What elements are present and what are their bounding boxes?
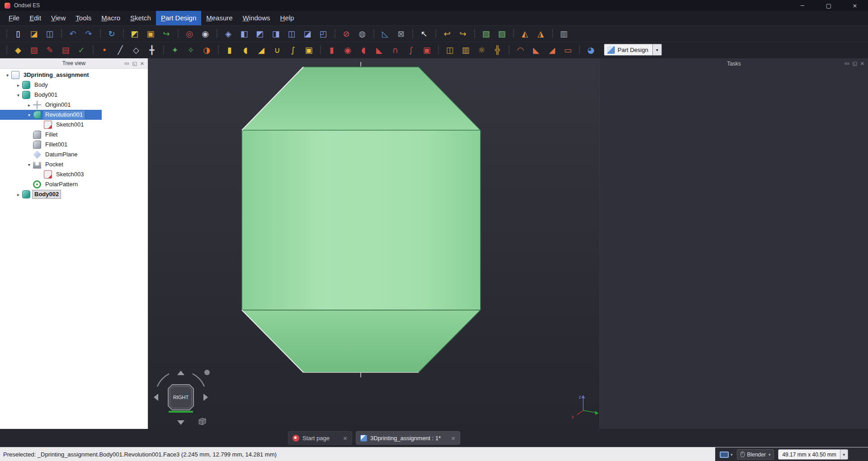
- make-link-button[interactable]: ↪: [159, 27, 174, 41]
- map-sketch-button[interactable]: ▤: [58, 43, 73, 57]
- additive-helix-button[interactable]: ∫: [286, 43, 300, 57]
- pad-button[interactable]: ▮: [222, 43, 237, 57]
- view-rear-button[interactable]: ◫: [284, 27, 299, 41]
- sub-shape-binder-button[interactable]: ✧: [184, 43, 198, 57]
- linear-pattern-button[interactable]: ▥: [458, 43, 473, 57]
- minimize-button[interactable]: ─: [789, 0, 816, 11]
- create-sketch-button[interactable]: ▨: [27, 43, 41, 57]
- float-panel-icon[interactable]: ◱: [132, 61, 137, 66]
- file-open-button[interactable]: ◪: [27, 27, 41, 41]
- model-cylindrical-face[interactable]: [242, 130, 481, 310]
- view-front-button[interactable]: ◧: [237, 27, 251, 41]
- view-bottom-button[interactable]: ◪: [300, 27, 315, 41]
- view-left-button[interactable]: ◰: [316, 27, 330, 41]
- shape-binder-button[interactable]: ✦: [168, 43, 182, 57]
- tree-item-root-document[interactable]: ▾ 3Dprinting_assignment: [0, 70, 148, 80]
- tree-item-sketch003[interactable]: Sketch003: [0, 169, 148, 179]
- expand-arrow-icon[interactable]: ▾: [25, 162, 33, 167]
- chamfer-button[interactable]: ◣: [529, 43, 543, 57]
- model-revolution-solid[interactable]: [242, 62, 481, 377]
- additive-pipe-button[interactable]: ∪: [270, 43, 284, 57]
- revolution-button[interactable]: ◖: [238, 43, 253, 57]
- measure-button[interactable]: ◺: [378, 27, 392, 41]
- collapse-panel-icon[interactable]: ▭: [124, 61, 129, 66]
- multi-transform-button[interactable]: ╬: [490, 43, 505, 57]
- tree-item-polar-pattern[interactable]: PolarPattern: [0, 179, 148, 189]
- redo-button[interactable]: ↷: [81, 27, 96, 41]
- edit-sketch-button[interactable]: ✎: [42, 43, 57, 57]
- view-fit-all-button[interactable]: ◎: [182, 27, 197, 41]
- tree-item-fillet[interactable]: Fillet: [0, 130, 148, 140]
- close-panel-icon[interactable]: ×: [140, 61, 144, 66]
- pocket-button[interactable]: ▮: [325, 43, 339, 57]
- view-fit-selection-button[interactable]: ◉: [198, 27, 212, 41]
- subtractive-helix-button[interactable]: ∫: [404, 43, 418, 57]
- tree-item-body002[interactable]: ▸ Body002: [0, 189, 148, 199]
- datum-line-button[interactable]: ╱: [113, 43, 127, 57]
- nav-sphere-icon[interactable]: [204, 370, 210, 375]
- tree-item-pocket[interactable]: ▾ Pocket: [0, 160, 148, 169]
- expand-arrow-icon[interactable]: ▸: [14, 192, 22, 197]
- subtractive-loft-button[interactable]: ◣: [372, 43, 387, 57]
- file-save-button[interactable]: ◫: [42, 27, 57, 41]
- undo-button[interactable]: ↶: [66, 27, 80, 41]
- dimension-readout[interactable]: 49.17 mm x 40.50 mm ▾: [778, 449, 848, 460]
- polar-pattern-button[interactable]: ☼: [474, 43, 489, 57]
- selection-filter-button[interactable]: ▥: [557, 27, 571, 41]
- show-selection-button[interactable]: ◮: [533, 27, 548, 41]
- display-settings-button[interactable]: ▾: [720, 452, 733, 458]
- refresh-button[interactable]: ↻: [104, 27, 119, 41]
- menu-view[interactable]: View: [46, 11, 71, 25]
- subtractive-box-button[interactable]: ▣: [420, 43, 434, 57]
- close-tab-icon[interactable]: ×: [451, 435, 456, 442]
- groove-button[interactable]: ◖: [356, 43, 371, 57]
- tab-document[interactable]: 3Dprinting_assignment : 1* ×: [356, 431, 460, 445]
- create-group-button[interactable]: ▣: [143, 27, 158, 41]
- clone-button[interactable]: ◑: [199, 43, 214, 57]
- menu-sketch[interactable]: Sketch: [125, 11, 156, 25]
- collapse-panel-icon[interactable]: ▭: [844, 61, 849, 66]
- nav-cube-face-label[interactable]: RIGHT: [173, 395, 189, 400]
- chevron-down-icon[interactable]: ▾: [652, 44, 661, 55]
- tree-item-body[interactable]: ▸ Body: [0, 80, 148, 90]
- close-panel-icon[interactable]: ×: [860, 61, 864, 66]
- close-button[interactable]: ×: [842, 0, 868, 11]
- menu-measure[interactable]: Measure: [201, 11, 237, 25]
- view-isometric-button[interactable]: ◈: [221, 27, 236, 41]
- menu-file[interactable]: File: [4, 11, 24, 25]
- datum-point-button[interactable]: •: [97, 43, 112, 57]
- box-element-selection-button[interactable]: ▧: [479, 27, 493, 41]
- draw-style-button[interactable]: ⊘: [339, 27, 354, 41]
- menu-macro[interactable]: Macro: [96, 11, 125, 25]
- file-new-button[interactable]: ▯: [11, 27, 25, 41]
- expand-arrow-icon[interactable]: ▾: [14, 93, 22, 98]
- menu-windows[interactable]: Windows: [238, 11, 275, 25]
- 3d-viewport[interactable]: RIGHT z y x: [148, 58, 599, 429]
- nav-mini-cube-icon[interactable]: [199, 418, 206, 425]
- menu-help[interactable]: Help: [275, 11, 299, 25]
- tree-item-revolution001[interactable]: ▾ Revolution001: [0, 110, 148, 120]
- workbench-selector[interactable]: Part Design ▾: [604, 44, 662, 56]
- fillet-button[interactable]: ◠: [513, 43, 528, 57]
- selection-forward-button[interactable]: ↪: [456, 27, 470, 41]
- hole-button[interactable]: ◉: [340, 43, 355, 57]
- appearance-button[interactable]: ◍: [355, 27, 369, 41]
- draft-button[interactable]: ◢: [545, 43, 559, 57]
- additive-loft-button[interactable]: ◢: [254, 43, 269, 57]
- tree-item-sketch001[interactable]: Sketch001: [0, 120, 148, 130]
- expand-arrow-icon[interactable]: ▾: [25, 113, 33, 118]
- subtractive-pipe-button[interactable]: ∩: [388, 43, 402, 57]
- box-selection-button[interactable]: ▨: [495, 27, 509, 41]
- mirrored-button[interactable]: ◫: [443, 43, 457, 57]
- float-panel-icon[interactable]: ◱: [852, 61, 857, 66]
- chevron-down-icon[interactable]: ▾: [769, 452, 771, 457]
- tree-item-datum-plane[interactable]: DatumPlane: [0, 150, 148, 160]
- local-coordinate-system-button[interactable]: ╋: [145, 43, 159, 57]
- navigation-style-selector[interactable]: Blender ▾: [737, 449, 774, 460]
- thickness-button[interactable]: ▭: [561, 43, 575, 57]
- view-top-button[interactable]: ◩: [253, 27, 267, 41]
- menu-part-design[interactable]: Part Design: [156, 11, 201, 25]
- menu-edit[interactable]: Edit: [24, 11, 46, 25]
- view-right-button[interactable]: ◨: [269, 27, 283, 41]
- 3d-viewport-canvas[interactable]: RIGHT z y x: [148, 58, 599, 429]
